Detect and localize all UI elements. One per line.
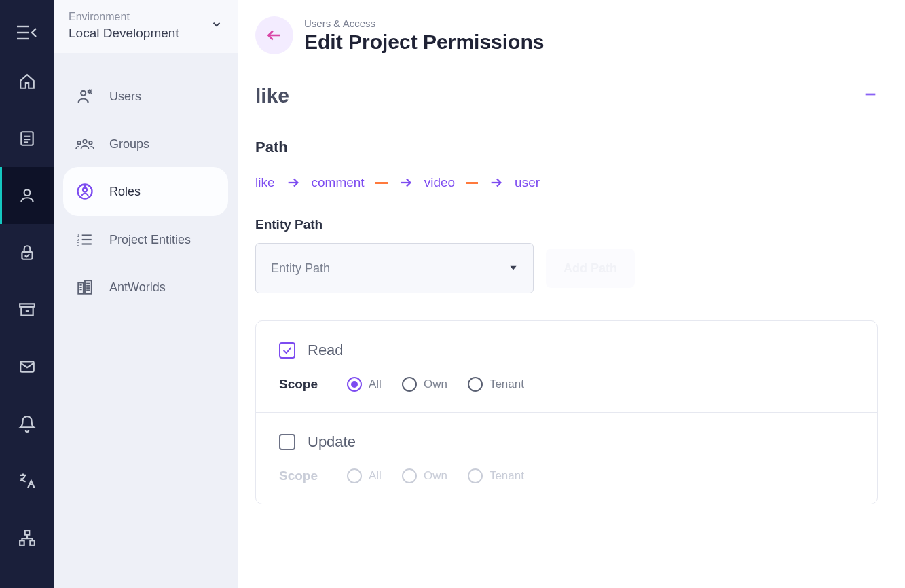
scope-option-own: Own [402, 468, 447, 483]
arrow-left-icon [265, 26, 283, 44]
minus-icon [863, 87, 878, 102]
svg-point-16 [83, 139, 87, 143]
breadcrumb: Users & Access [304, 18, 544, 29]
side-panel: Environment Local Development Users Grou… [54, 0, 238, 588]
entity-path-placeholder: Entity Path [271, 261, 330, 276]
scope-option-own[interactable]: Own [402, 377, 447, 392]
sidebar-item-label: Groups [109, 137, 149, 151]
check-icon [282, 345, 293, 356]
sidebar-item-project-entities[interactable]: 123 Project Entities [63, 216, 228, 263]
radio-icon [468, 468, 483, 483]
translate-icon [18, 471, 37, 490]
chevron-down-icon [210, 18, 223, 33]
path-segment[interactable]: like [255, 175, 275, 190]
permission-row-update: Update Scope All Own Tenant [256, 413, 877, 504]
person-icon [18, 187, 36, 204]
permission-checkbox-update[interactable] [279, 434, 295, 450]
lock-check-icon [18, 244, 36, 261]
sidebar-item-label: Project Entities [109, 233, 191, 247]
buildings-icon [75, 278, 94, 296]
arrow-right-icon [399, 175, 413, 190]
path-segment[interactable]: comment [312, 175, 365, 190]
scope-label: Scope [279, 377, 327, 392]
svg-rect-11 [24, 530, 29, 535]
scope-label: Scope [279, 468, 327, 483]
svg-point-17 [77, 141, 81, 145]
scope-option-tenant: Tenant [468, 468, 524, 483]
main-content: Users & Access Edit Project Permissions … [238, 0, 905, 588]
svg-rect-12 [20, 540, 24, 545]
rail-home[interactable] [0, 53, 54, 110]
entity-path-heading: Entity Path [255, 217, 878, 232]
rail-users-access[interactable] [0, 167, 54, 224]
path-heading: Path [255, 139, 878, 156]
archive-icon [18, 301, 36, 318]
scope-option-all[interactable]: All [347, 377, 382, 392]
bell-icon [18, 415, 36, 433]
scope-option-label: All [369, 378, 382, 391]
workflow-icon [18, 529, 36, 547]
collapse-icon [17, 25, 37, 40]
back-button[interactable] [255, 16, 293, 54]
scope-option-label: Own [424, 469, 447, 483]
svg-point-21 [84, 185, 86, 186]
groups-icon [75, 136, 94, 152]
clipboard-icon [18, 130, 36, 147]
nav-list: Users Groups Roles 123 Project Entities … [54, 53, 238, 330]
rail-language[interactable] [0, 452, 54, 509]
scope-option-all: All [347, 468, 382, 483]
scope-option-label: Tenant [490, 469, 524, 483]
rail-docs[interactable] [0, 110, 54, 167]
svg-point-15 [88, 90, 91, 93]
add-path-button[interactable]: Add Path [546, 249, 635, 288]
svg-text:3: 3 [77, 241, 79, 247]
path-chain: like comment video user [255, 175, 878, 190]
section-title: like [255, 84, 289, 107]
entity-path-select[interactable]: Entity Path [255, 243, 534, 293]
icon-rail [0, 0, 54, 588]
scope-option-label: All [369, 469, 382, 483]
permission-name: Update [308, 433, 356, 451]
list-icon: 123 [75, 231, 94, 249]
path-separator [375, 182, 388, 184]
scope-option-tenant[interactable]: Tenant [468, 377, 524, 392]
scope-option-label: Tenant [490, 378, 524, 391]
add-path-label: Add Path [564, 261, 617, 276]
path-segment[interactable]: user [515, 175, 540, 190]
rail-notifications[interactable] [0, 395, 54, 452]
sidebar-item-antworlds[interactable]: AntWorlds [63, 263, 228, 311]
rail-security[interactable] [0, 224, 54, 281]
svg-rect-29 [85, 280, 92, 294]
sidebar-item-users[interactable]: Users [63, 72, 228, 121]
permission-checkbox-read[interactable] [279, 342, 295, 359]
sidebar-item-groups[interactable]: Groups [63, 121, 228, 167]
environment-selector[interactable]: Environment Local Development [54, 0, 238, 53]
collapse-sidebar-button[interactable] [0, 12, 54, 53]
page-title: Edit Project Permissions [304, 31, 544, 54]
svg-rect-13 [30, 540, 35, 545]
rail-archive[interactable] [0, 281, 54, 338]
environment-label: Environment [69, 11, 179, 23]
path-separator [466, 182, 478, 184]
radio-icon [347, 468, 362, 483]
rail-workflow[interactable] [0, 509, 54, 566]
sidebar-item-label: AntWorlds [109, 280, 166, 295]
svg-marker-42 [510, 265, 516, 270]
radio-selected-icon [347, 377, 362, 392]
arrow-right-icon [489, 175, 504, 190]
permission-row-read: Read Scope All Own Tenant [256, 321, 877, 413]
rail-mail[interactable] [0, 338, 54, 395]
home-icon [18, 73, 36, 90]
users-cog-icon [75, 87, 94, 106]
role-icon [75, 182, 94, 201]
environment-value: Local Development [69, 26, 179, 41]
mail-icon [18, 358, 36, 375]
permissions-card: Read Scope All Own Tenant [255, 320, 878, 504]
collapse-section-button[interactable] [863, 87, 878, 105]
radio-icon [402, 377, 417, 392]
sidebar-item-label: Users [109, 90, 141, 104]
svg-point-18 [89, 141, 92, 145]
path-segment[interactable]: video [424, 175, 455, 190]
svg-point-14 [81, 91, 86, 96]
sidebar-item-roles[interactable]: Roles [63, 167, 228, 216]
